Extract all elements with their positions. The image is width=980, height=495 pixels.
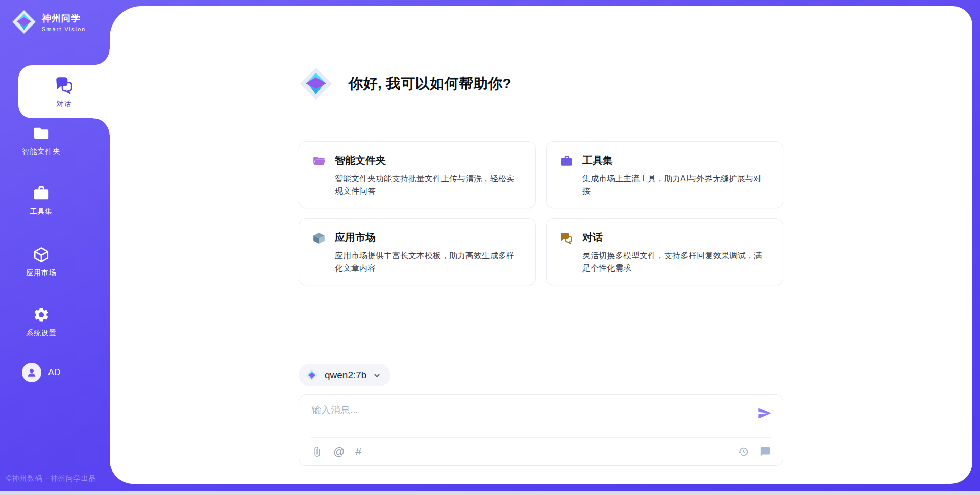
quick-phrase-icon[interactable] bbox=[760, 446, 771, 457]
card-desc: 应用市场提供丰富长文本模板，助力高效生成多样化文章内容 bbox=[335, 250, 522, 275]
card-desc: 集成市场上主流工具，助力AI与外界无缝扩展与对接 bbox=[582, 172, 770, 198]
person-icon bbox=[26, 367, 37, 378]
sidebar-item-label: 智能文件夹 bbox=[22, 147, 61, 156]
sidebar-item-label: 系统设置 bbox=[26, 329, 57, 338]
hash-icon[interactable]: # bbox=[355, 446, 361, 457]
send-icon bbox=[757, 406, 772, 420]
chat-icon bbox=[55, 76, 74, 95]
brand-name-cn: 神州问学 bbox=[42, 12, 86, 24]
sidebar-item-label: 应用市场 bbox=[26, 268, 57, 278]
avatar bbox=[22, 363, 41, 382]
card-chat[interactable]: 对话 灵活切换多模型文件，支持多样回复效果调试，满足个性化需求 bbox=[546, 218, 783, 285]
card-desc: 智能文件夹功能支持批量文件上传与清洗，轻松实现文件问答 bbox=[335, 172, 522, 198]
message-input[interactable] bbox=[311, 404, 745, 433]
brand-gem-icon bbox=[11, 9, 37, 35]
history-icon[interactable] bbox=[738, 446, 749, 457]
model-selector[interactable]: qwen2:7b bbox=[299, 364, 390, 386]
user-menu[interactable]: AD bbox=[0, 363, 83, 382]
card-title: 应用市场 bbox=[335, 231, 522, 244]
model-label: qwen2:7b bbox=[325, 369, 366, 381]
card-title: 对话 bbox=[582, 231, 770, 244]
card-title: 智能文件夹 bbox=[335, 154, 522, 167]
cube-icon bbox=[312, 232, 326, 245]
model-gem-icon bbox=[305, 368, 318, 382]
mention-icon[interactable]: @ bbox=[333, 446, 345, 457]
card-toolset[interactable]: 工具集 集成市场上主流工具，助力AI与外界无缝扩展与对接 bbox=[546, 141, 783, 208]
greeting: 你好, 我可以如何帮助你? bbox=[299, 66, 511, 101]
main-panel: 你好, 我可以如何帮助你? 智能文件夹 智能文件夹功能支持批量文件上传与清洗，轻… bbox=[110, 6, 972, 484]
main-content: 你好, 我可以如何帮助你? 智能文件夹 智能文件夹功能支持批量文件上传与清洗，轻… bbox=[299, 6, 783, 484]
user-name: AD bbox=[48, 367, 61, 378]
bottom-strip bbox=[0, 491, 980, 495]
folder-open-icon bbox=[312, 155, 326, 168]
chat-icon bbox=[560, 232, 573, 245]
sidebar: 神州问学 Smart Vision 对话 智能文件夹 工具集 应用市场 系统设置… bbox=[0, 0, 110, 495]
send-button[interactable] bbox=[757, 406, 772, 420]
card-smart-folder[interactable]: 智能文件夹 智能文件夹功能支持批量文件上传与清洗，轻松实现文件问答 bbox=[299, 141, 536, 208]
folder-icon bbox=[33, 125, 50, 142]
attachment-icon[interactable] bbox=[311, 446, 323, 457]
card-desc: 灵活切换多模型文件，支持多样回复效果调试，满足个性化需求 bbox=[582, 250, 770, 275]
feature-cards: 智能文件夹 智能文件夹功能支持批量文件上传与清洗，轻松实现文件问答 工具集 集成… bbox=[299, 141, 783, 285]
composer: @ # bbox=[299, 394, 783, 466]
sidebar-footer: ©神州数码 · 神州问学出品 bbox=[6, 474, 96, 483]
sidebar-item-label: 对话 bbox=[57, 100, 72, 109]
composer-toolbar: @ # bbox=[311, 438, 771, 465]
brand-name-en: Smart Vision bbox=[42, 26, 86, 32]
blob-curve-top bbox=[93, 49, 110, 65]
sidebar-item-smart-folder[interactable]: 智能文件夹 bbox=[0, 125, 83, 156]
greeting-title: 你好, 我可以如何帮助你? bbox=[349, 74, 511, 93]
brand-gem-icon bbox=[299, 66, 333, 101]
sidebar-item-label: 工具集 bbox=[30, 207, 53, 216]
card-title: 工具集 bbox=[582, 154, 770, 167]
card-app-market[interactable]: 应用市场 应用市场提供丰富长文本模板，助力高效生成多样化文章内容 bbox=[299, 218, 536, 285]
briefcase-icon bbox=[33, 185, 50, 202]
brand-logo: 神州问学 Smart Vision bbox=[11, 9, 86, 35]
cube-icon bbox=[33, 246, 50, 263]
chevron-down-icon[interactable] bbox=[373, 371, 381, 380]
sidebar-item-settings[interactable]: 系统设置 bbox=[0, 306, 83, 338]
blob-curve-bottom bbox=[93, 118, 110, 135]
sidebar-item-app-market[interactable]: 应用市场 bbox=[0, 246, 83, 278]
sidebar-item-toolset[interactable]: 工具集 bbox=[0, 185, 83, 216]
sidebar-item-chat[interactable]: 对话 bbox=[18, 65, 110, 118]
gear-icon bbox=[33, 306, 50, 324]
briefcase-icon bbox=[560, 155, 573, 168]
